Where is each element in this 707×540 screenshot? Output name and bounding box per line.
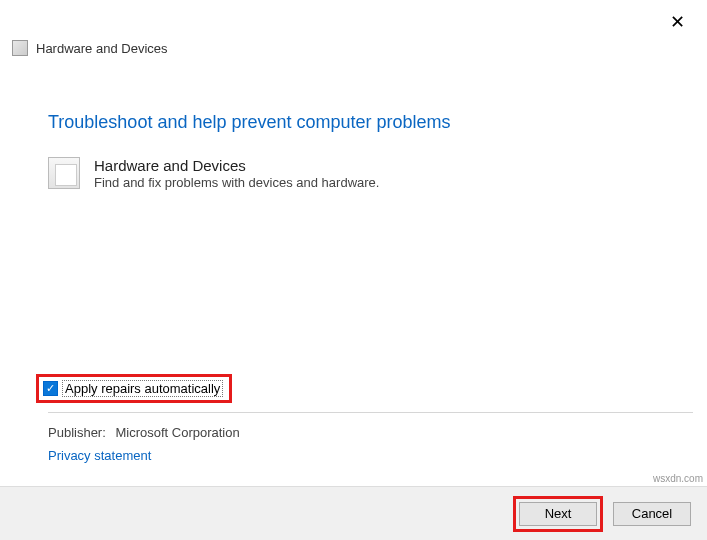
apply-repairs-label: Apply repairs automatically xyxy=(62,380,223,397)
page-heading: Troubleshoot and help prevent computer p… xyxy=(48,112,659,133)
cancel-button[interactable]: Cancel xyxy=(613,502,691,526)
troubleshooter-row: Hardware and Devices Find and fix proble… xyxy=(48,157,659,190)
troubleshooter-icon xyxy=(12,40,28,56)
publisher-value: Microsoft Corporation xyxy=(115,425,239,440)
titlebar: Hardware and Devices xyxy=(0,0,707,62)
content-area: Troubleshoot and help prevent computer p… xyxy=(0,62,707,190)
footer: Next Cancel xyxy=(0,486,707,540)
publisher-row: Publisher: Microsoft Corporation xyxy=(48,425,240,440)
apply-repairs-checkbox[interactable]: ✓ xyxy=(43,381,58,396)
troubleshooter-title: Hardware and Devices xyxy=(94,157,379,174)
troubleshooter-description: Find and fix problems with devices and h… xyxy=(94,175,379,190)
watermark: wsxdn.com xyxy=(653,473,703,484)
hardware-devices-icon xyxy=(48,157,80,189)
window-title: Hardware and Devices xyxy=(36,41,168,56)
close-icon: ✕ xyxy=(670,11,685,33)
divider xyxy=(48,412,693,413)
next-button[interactable]: Next xyxy=(519,502,597,526)
next-button-highlight: Next xyxy=(513,496,603,532)
apply-repairs-option[interactable]: ✓ Apply repairs automatically xyxy=(36,374,232,403)
close-button[interactable]: ✕ xyxy=(665,10,689,34)
privacy-statement-link[interactable]: Privacy statement xyxy=(48,448,151,463)
publisher-label: Publisher: xyxy=(48,425,106,440)
